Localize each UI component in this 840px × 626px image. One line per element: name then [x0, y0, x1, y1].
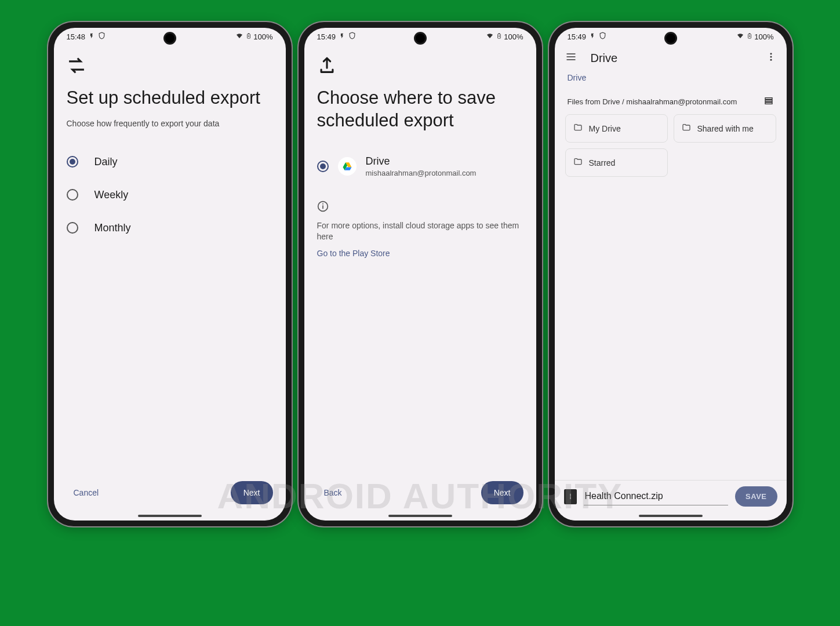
svg-point-6: [322, 203, 323, 204]
folder-icon: [681, 123, 692, 134]
wifi-icon: [736, 32, 745, 41]
destination-name: Drive: [366, 155, 477, 168]
status-time: 15:48: [67, 32, 86, 41]
svg-point-9: [770, 53, 772, 54]
shield-icon: [98, 32, 106, 41]
svg-rect-17: [570, 497, 571, 498]
info-icon: [317, 201, 523, 214]
radio-icon: [67, 156, 78, 168]
folder-shared-with-me[interactable]: Shared with me: [674, 114, 776, 143]
upload-icon: [317, 56, 523, 77]
folder-label: Starred: [589, 158, 616, 168]
status-bar: 15:48 100%: [54, 28, 286, 45]
breadcrumb[interactable]: Drive: [555, 71, 787, 88]
cancel-button[interactable]: Cancel: [67, 483, 106, 502]
phone-frame-3: 15:49 100% Drive Drive Files from Drive …: [549, 22, 792, 526]
frequency-option-monthly[interactable]: Monthly: [67, 212, 273, 245]
page-subtitle: Choose how frequently to export your dat…: [67, 119, 273, 128]
nav-indicator[interactable]: [388, 515, 452, 517]
nav-indicator[interactable]: [639, 515, 703, 517]
shield-icon: [348, 32, 356, 41]
folder-starred[interactable]: Starred: [565, 148, 668, 177]
back-button[interactable]: Back: [317, 483, 349, 502]
wifi-icon: [235, 32, 244, 41]
battery-percent: 100%: [253, 32, 272, 41]
frequency-option-daily[interactable]: Daily: [67, 145, 273, 179]
radio-icon: [67, 189, 78, 201]
folder-icon: [573, 123, 583, 134]
radio-label: Daily: [94, 156, 118, 168]
nav-indicator[interactable]: [138, 515, 202, 517]
svg-rect-3: [499, 33, 500, 34]
status-time: 15:49: [317, 32, 336, 41]
destination-email: mishaalrahman@protonmail.com: [366, 169, 477, 177]
filename-input[interactable]: [584, 487, 729, 505]
svg-rect-16: [570, 495, 571, 496]
more-icon[interactable]: [766, 52, 776, 64]
folder-label: Shared with me: [697, 124, 754, 133]
svg-point-11: [770, 59, 772, 61]
svg-rect-15: [570, 494, 571, 495]
radio-icon: [317, 161, 329, 172]
frequency-option-weekly[interactable]: Weekly: [67, 179, 273, 212]
phone-frame-2: 15:49 100% Choose where to save schedule…: [299, 22, 542, 526]
svg-rect-18: [570, 498, 571, 499]
destination-option-drive[interactable]: Drive mishaalrahman@protonmail.com: [317, 148, 523, 184]
wifi-icon: [485, 32, 494, 41]
svg-rect-1: [248, 33, 250, 34]
folder-icon: [573, 157, 583, 168]
list-view-icon[interactable]: [763, 96, 774, 107]
battery-icon: [747, 32, 752, 42]
bolt-icon: [89, 32, 94, 41]
info-text: For more options, install cloud storage …: [317, 220, 523, 243]
bolt-icon: [339, 32, 345, 41]
zip-file-icon: [564, 489, 577, 504]
play-store-link[interactable]: Go to the Play Store: [317, 249, 523, 258]
next-button[interactable]: Next: [481, 481, 523, 504]
google-drive-icon: [338, 157, 357, 176]
page-title: Choose where to save scheduled export: [317, 87, 523, 132]
app-title: Drive: [591, 52, 752, 65]
svg-rect-14: [765, 103, 772, 104]
next-button[interactable]: Next: [231, 481, 273, 504]
hamburger-icon[interactable]: [565, 51, 577, 65]
svg-rect-8: [749, 33, 751, 34]
bolt-icon: [590, 32, 595, 41]
shield-icon: [599, 32, 606, 41]
radio-icon: [67, 222, 78, 234]
status-bar: 15:49 100%: [304, 28, 536, 45]
folder-label: My Drive: [589, 124, 621, 133]
svg-rect-13: [765, 100, 772, 102]
status-time: 15:49: [568, 32, 587, 41]
page-title: Set up scheduled export: [67, 87, 273, 110]
battery-percent: 100%: [754, 32, 773, 41]
repeat-icon: [67, 56, 273, 77]
svg-rect-12: [765, 98, 772, 100]
battery-icon: [246, 32, 252, 42]
radio-label: Monthly: [94, 222, 131, 234]
save-button[interactable]: SAVE: [735, 486, 777, 507]
battery-percent: 100%: [504, 32, 523, 41]
battery-icon: [496, 32, 502, 42]
svg-point-10: [770, 56, 772, 58]
files-path-label: Files from Drive / mishaalrahman@protonm…: [568, 97, 737, 106]
folder-my-drive[interactable]: My Drive: [565, 114, 668, 143]
phone-frame-1: 15:48 100% Set u: [48, 22, 292, 526]
radio-label: Weekly: [94, 189, 129, 201]
status-bar: 15:49 100%: [555, 28, 787, 45]
